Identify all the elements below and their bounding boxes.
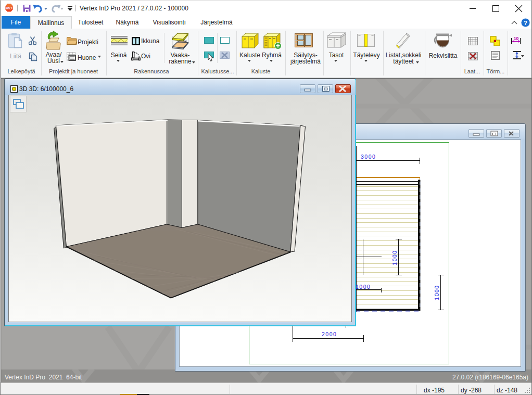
svg-text:?: ? xyxy=(524,20,527,26)
svg-text:1000: 1000 xyxy=(391,250,398,265)
svg-text:InD: InD xyxy=(6,6,12,10)
svg-text:1000: 1000 xyxy=(356,284,371,290)
svg-text:1000: 1000 xyxy=(434,285,440,300)
svg-text:3000: 3000 xyxy=(361,154,376,160)
svg-text:2000: 2000 xyxy=(322,331,337,337)
